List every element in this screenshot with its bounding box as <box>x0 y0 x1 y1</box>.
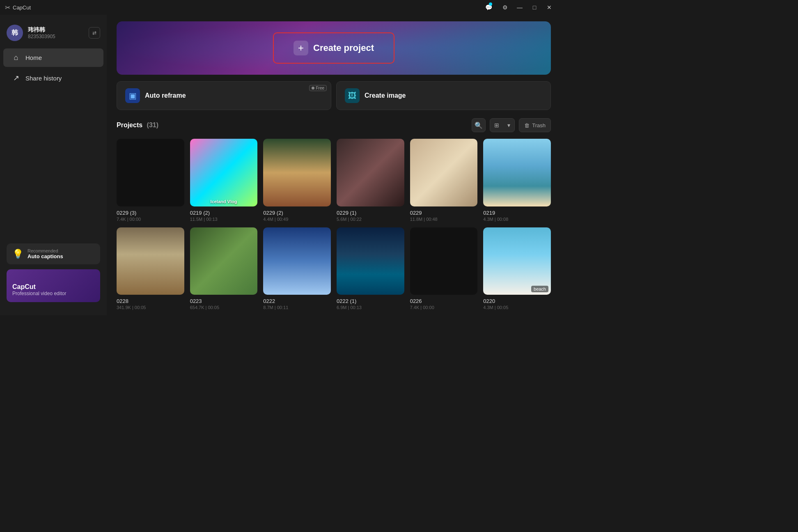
project-thumb <box>337 139 404 206</box>
share-icon: ↗ <box>11 73 21 83</box>
sidebar: 韩 玮祎韩 8235303905 ⇄ ⌂ Home ↗ Share histor… <box>0 15 107 315</box>
project-item-0229-1[interactable]: 0229 (1) 5.6M | 00:22 <box>337 139 404 222</box>
project-thumb <box>263 139 331 206</box>
switch-account-button[interactable]: ⇄ <box>89 27 100 39</box>
project-meta: 11.8M | 00:48 <box>410 217 478 222</box>
project-thumb <box>410 139 478 206</box>
gear-icon: ⚙ <box>502 4 508 11</box>
logo-icon: ✂ <box>5 4 10 11</box>
project-item-0222-1[interactable]: 0222 (1) 6.9M | 00:13 <box>337 227 404 310</box>
project-item-0220[interactable]: beach 0220 4.3M | 00:05 <box>483 227 551 310</box>
auto-reframe-icon: ▣ <box>125 88 140 103</box>
notification-dot <box>489 2 492 6</box>
user-info: 玮祎韩 8235303905 <box>28 26 84 39</box>
project-name: 0223 <box>190 298 258 304</box>
create-project-button[interactable]: + Create project <box>273 32 394 64</box>
project-name: 0220 <box>483 298 551 304</box>
projects-grid: 0229 (3) 7.4K | 00:00 Iceland Vlog 0219 … <box>117 139 551 315</box>
project-meta: 7.4K | 00:00 <box>410 305 478 310</box>
project-item-0223[interactable]: 0223 654.7K | 00:05 <box>190 227 258 310</box>
project-thumb: Iceland Vlog <box>190 139 258 206</box>
home-icon: ⌂ <box>11 53 21 62</box>
app-name: CapCut <box>13 5 31 11</box>
project-name: 0222 (1) <box>337 298 404 304</box>
create-image-icon: 🖼 <box>345 88 360 103</box>
project-item-0226[interactable]: 0226 7.4K | 00:00 <box>410 227 478 310</box>
sidebar-item-share-history[interactable]: ↗ Share history <box>3 69 103 87</box>
maximize-button[interactable]: □ <box>528 1 541 14</box>
create-project-label: Create project <box>313 43 374 53</box>
project-meta: 11.5M | 00:13 <box>190 217 258 222</box>
project-item-0222[interactable]: 0222 8.7M | 00:11 <box>263 227 331 310</box>
trash-label: Trash <box>532 122 546 128</box>
sidebar-item-share-history-label: Share history <box>25 75 62 82</box>
plus-icon: + <box>294 41 308 55</box>
search-button[interactable]: 🔍 <box>472 118 486 132</box>
lightbulb-icon: 💡 <box>12 249 23 259</box>
user-name: 玮祎韩 <box>28 26 84 34</box>
project-meta: 4.3M | 00:05 <box>483 305 551 310</box>
create-image-card[interactable]: 🖼 Create image <box>336 81 551 110</box>
project-item-0219[interactable]: 0219 4.3M | 00:08 <box>483 139 551 222</box>
project-meta: 4.3M | 00:08 <box>483 217 551 222</box>
project-thumb: beach <box>483 227 551 295</box>
project-name: 0219 <box>483 210 551 216</box>
project-thumb <box>117 139 184 206</box>
project-name: 0222 <box>263 298 331 304</box>
project-item-0229[interactable]: 0229 11.8M | 00:48 <box>410 139 478 222</box>
project-meta: 8.7M | 00:11 <box>263 305 331 310</box>
project-item-0229-2[interactable]: 0229 (2) 4.4M | 00:49 <box>263 139 331 222</box>
project-thumb <box>410 227 478 295</box>
auto-reframe-label: Auto reframe <box>145 92 186 99</box>
titlebar-left: ✂ CapCut <box>5 4 31 11</box>
project-name: 0229 <box>410 210 478 216</box>
avatar: 韩 <box>7 25 23 41</box>
close-button[interactable]: ✕ <box>543 1 556 14</box>
user-section: 韩 玮祎韩 8235303905 ⇄ <box>0 21 107 48</box>
promo-subtitle: Professional video editor <box>12 291 94 296</box>
trash-icon: 🗑 <box>524 122 530 128</box>
project-meta: 4.4M | 00:49 <box>263 217 331 222</box>
project-item-0228[interactable]: 0228 341.9K | 00:05 <box>117 227 184 310</box>
minimize-button[interactable]: — <box>513 1 526 14</box>
minimize-icon: — <box>517 4 523 11</box>
quick-actions: ▣ Auto reframe Free 🖼 Create image <box>117 81 551 110</box>
search-icon: 🔍 <box>475 122 483 129</box>
sidebar-item-home-label: Home <box>25 54 42 61</box>
hero-banner: + Create project <box>117 21 551 75</box>
sidebar-bottom: 💡 Recommended Auto captions CapCut Profe… <box>0 237 107 309</box>
project-name: 0229 (2) <box>263 210 331 216</box>
project-meta: 654.7K | 00:05 <box>190 305 258 310</box>
titlebar: ✂ CapCut 💬 ⚙ — □ ✕ <box>0 0 561 15</box>
close-icon: ✕ <box>547 4 552 11</box>
project-meta: 7.4K | 00:00 <box>117 217 184 222</box>
projects-title: Projects (31) <box>117 122 158 129</box>
project-thumb <box>483 139 551 206</box>
notifications-button[interactable]: 💬 <box>484 1 497 14</box>
promo-title: CapCut <box>12 283 94 291</box>
project-meta: 341.9K | 00:05 <box>117 305 184 310</box>
promo-card[interactable]: CapCut Professional video editor <box>7 269 100 302</box>
project-item-0229-3[interactable]: 0229 (3) 7.4K | 00:00 <box>117 139 184 222</box>
grid-view-button[interactable]: ⊞ <box>490 119 503 132</box>
project-name: 0229 (1) <box>337 210 404 216</box>
settings-button[interactable]: ⚙ <box>498 1 511 14</box>
project-thumb <box>117 227 184 295</box>
app-logo: ✂ CapCut <box>5 4 31 11</box>
project-meta: 5.6M | 00:22 <box>337 217 404 222</box>
free-badge: Free <box>309 85 327 91</box>
project-item-0219-2[interactable]: Iceland Vlog 0219 (2) 11.5M | 00:13 <box>190 139 258 222</box>
recommended-text: Recommended Auto captions <box>28 248 63 259</box>
dropdown-view-button[interactable]: ▾ <box>503 119 514 132</box>
create-image-label: Create image <box>365 92 406 99</box>
sidebar-item-home[interactable]: ⌂ Home <box>3 48 103 67</box>
titlebar-controls: 💬 ⚙ — □ ✕ <box>484 1 556 14</box>
trash-button[interactable]: 🗑 Trash <box>519 118 551 132</box>
project-name: 0229 (3) <box>117 210 184 216</box>
main-layout: 韩 玮祎韩 8235303905 ⇄ ⌂ Home ↗ Share histor… <box>0 15 561 315</box>
projects-header: Projects (31) 🔍 ⊞ ▾ 🗑 Trash <box>117 118 551 132</box>
auto-reframe-card[interactable]: ▣ Auto reframe Free <box>117 81 331 110</box>
project-meta: 6.9M | 00:13 <box>337 305 404 310</box>
view-toggle: ⊞ ▾ <box>490 118 515 132</box>
recommended-card[interactable]: 💡 Recommended Auto captions <box>7 243 100 264</box>
